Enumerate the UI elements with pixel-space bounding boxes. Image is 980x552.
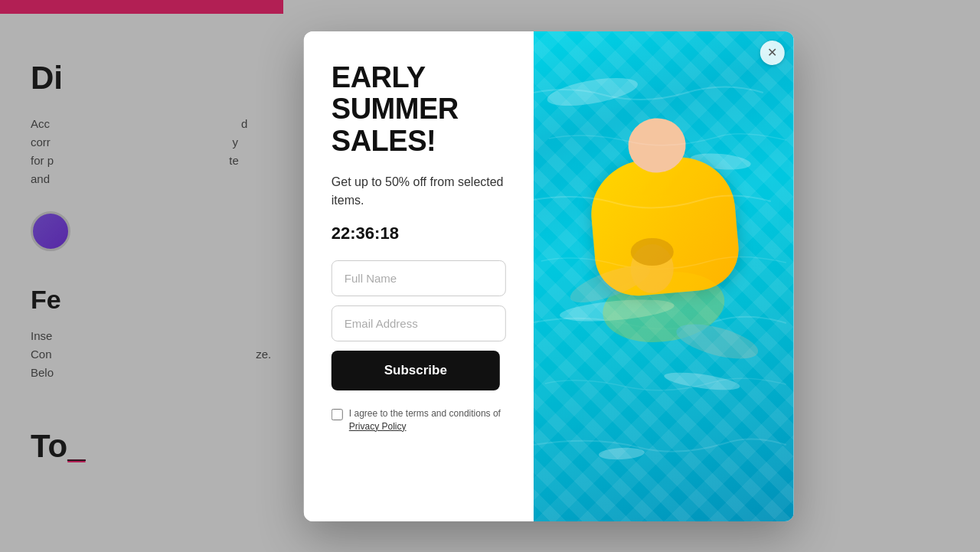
email-input[interactable] <box>332 305 506 341</box>
pool-background <box>534 31 794 521</box>
popup-modal: EARLYSUMMERSALES! Get up to 50% off from… <box>304 31 794 521</box>
terms-label: I agree to the terms and conditions of P… <box>349 407 506 433</box>
close-button[interactable]: ✕ <box>760 41 785 65</box>
modal-image-panel: ✕ <box>534 31 794 521</box>
privacy-policy-link[interactable]: Privacy Policy <box>349 421 407 432</box>
subscribe-button[interactable]: Subscribe <box>332 351 500 390</box>
modal-timer: 22:36:18 <box>332 224 506 243</box>
svg-point-2 <box>631 238 674 266</box>
terms-row: I agree to the terms and conditions of P… <box>332 407 506 433</box>
full-name-input[interactable] <box>332 260 506 296</box>
modal-subtext: Get up to 50% off from selected items. <box>332 173 506 210</box>
modal-headline: EARLYSUMMERSALES! <box>332 62 506 158</box>
terms-checkbox[interactable] <box>332 409 343 420</box>
water-lines-svg <box>534 31 794 521</box>
modal-left-panel: EARLYSUMMERSALES! Get up to 50% off from… <box>304 31 534 521</box>
